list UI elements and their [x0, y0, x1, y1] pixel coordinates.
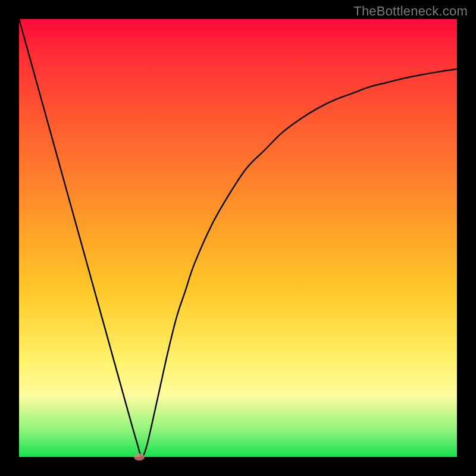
watermark-text: TheBottleneck.com: [353, 4, 468, 19]
chart-frame: TheBottleneck.com: [0, 0, 476, 476]
bottleneck-curve: [19, 19, 457, 457]
optimal-point-marker: [134, 453, 145, 461]
plot-area: [19, 19, 457, 457]
